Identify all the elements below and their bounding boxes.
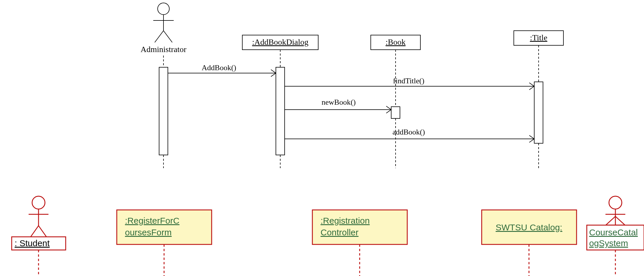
svg-line-15	[31, 226, 39, 237]
object-addbookdialog-label: :AddBookDialog	[252, 37, 309, 46]
object-book-label: :Book	[386, 37, 405, 46]
message-findtitle-label: findTitle()	[393, 77, 424, 85]
object-registrationcontroller-label1: :Registration	[321, 216, 370, 225]
object-registrationcontroller-label2: Controller	[321, 227, 358, 237]
svg-point-20	[609, 196, 622, 209]
svg-line-24	[606, 216, 615, 225]
actor-administrator-label: Administrator	[140, 45, 187, 54]
object-title: :Title	[514, 31, 563, 45]
object-book: :Book	[371, 35, 420, 50]
svg-rect-17	[117, 210, 212, 244]
actor-administrator	[153, 3, 174, 42]
svg-line-4	[163, 31, 172, 42]
object-swtsucatalog: SWTSU Catalog:	[482, 210, 577, 244]
svg-point-0	[158, 3, 169, 15]
actor-coursecatalogsystem-label2: ogSystem	[589, 238, 628, 248]
activation-book	[391, 107, 400, 118]
actor-coursecatalogsystem-label1: CourseCatal	[589, 227, 638, 237]
object-addbookdialog: :AddBookDialog	[242, 35, 318, 50]
object-swtsucatalog-label: SWTSU Catalog:	[496, 222, 562, 232]
svg-rect-18	[312, 210, 407, 244]
message-newbook-label: newBook()	[322, 98, 356, 106]
activation-title	[534, 82, 543, 143]
message-addbook2	[285, 135, 534, 142]
object-registerforcoursesform: :RegisterForC oursesForm	[117, 210, 212, 244]
activation-actor	[159, 67, 168, 155]
object-title-label: :Title	[530, 33, 547, 42]
svg-point-12	[32, 196, 45, 209]
svg-line-3	[155, 31, 163, 42]
actor-coursecatalogsystem	[605, 196, 625, 225]
actor-student-label: : Student	[15, 238, 50, 248]
object-registerforcoursesform-label1: :RegisterForC	[125, 216, 180, 225]
actor-student	[29, 196, 48, 237]
activation-addbookdialog	[276, 67, 285, 155]
object-registerforcoursesform-label2: oursesForm	[125, 227, 172, 237]
svg-line-16	[39, 226, 46, 237]
message-addbook2-label: addBook()	[392, 128, 425, 136]
uml-sequence-diagram: Administrator :AddBookDialog :Book :Titl…	[0, 0, 644, 276]
object-registrationcontroller: :Registration Controller	[312, 210, 407, 244]
message-newbook	[285, 106, 391, 113]
svg-line-25	[615, 216, 625, 225]
message-addbook-label: AddBook()	[202, 63, 236, 72]
